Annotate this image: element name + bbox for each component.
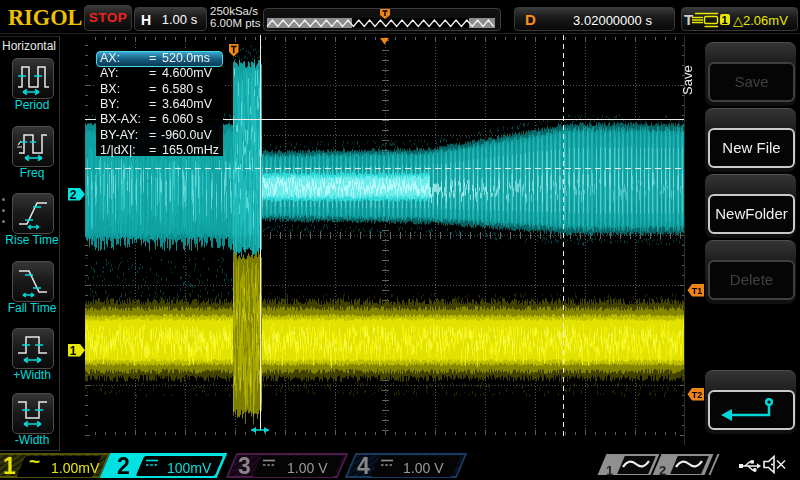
svg-text:1: 1: [70, 344, 77, 358]
svg-text:T2: T2: [692, 390, 703, 400]
svg-text:2: 2: [70, 188, 77, 202]
svg-text:T1: T1: [692, 286, 703, 296]
